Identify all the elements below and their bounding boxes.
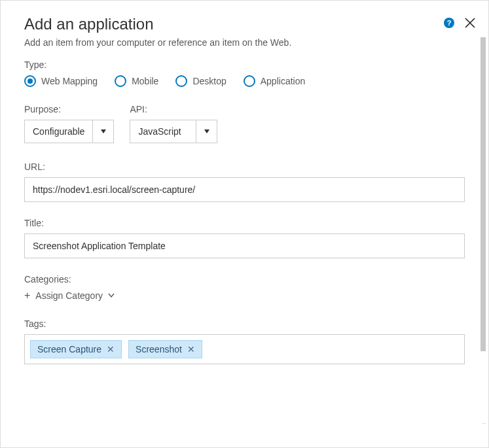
radio-icon [244,75,255,87]
url-field: URL: [24,162,465,202]
title-field: Title: [24,218,465,258]
scroll-track[interactable] [480,37,486,417]
radio-label: Web Mapping [41,76,98,86]
chevron-down-icon [108,293,115,298]
assign-category-button[interactable]: + Assign Category [24,290,465,302]
title-input[interactable] [24,233,465,258]
add-application-dialog: Add an application ? Add an item from yo… [1,1,488,447]
close-icon[interactable] [463,16,477,29]
tags-input[interactable]: Screen Capture ✕ Screenshot ✕ [24,334,465,364]
type-radio-group: Web Mapping Mobile Desktop Application [24,75,465,87]
dialog-title: Add an application [24,15,153,33]
scroll-down-arrow-icon[interactable]: ▼ [481,422,487,424]
url-label: URL: [24,162,465,172]
radio-label: Mobile [132,76,158,86]
tag-label: Screenshot [136,344,182,354]
chevron-down-icon[interactable] [92,120,113,143]
dialog-subtitle: Add an item from your computer or refere… [24,37,465,48]
api-value: JavaScript [130,120,196,143]
tag-chip[interactable]: Screenshot ✕ [128,340,202,358]
purpose-field: Purpose: Configurable [24,104,114,143]
purpose-value: Configurable [25,120,92,143]
title-label: Title: [24,218,465,228]
tags-label: Tags: [24,319,465,329]
dialog-header: Add an application ? [24,15,488,37]
api-label: API: [130,104,217,114]
scroll-area: Add an item from your computer or refere… [24,37,488,424]
url-input[interactable] [24,177,465,202]
radio-icon [115,75,126,87]
purpose-select[interactable]: Configurable [24,120,114,143]
select-row: Purpose: Configurable API: JavaScript [24,104,465,143]
radio-web-mapping[interactable]: Web Mapping [24,75,98,87]
radio-mobile[interactable]: Mobile [115,75,158,87]
categories-field: Categories: + Assign Category [24,274,465,302]
plus-icon: + [24,290,30,302]
purpose-label: Purpose: [24,104,114,114]
tag-label: Screen Capture [37,344,101,354]
api-select[interactable]: JavaScript [130,120,217,143]
scroll-thumb[interactable] [480,37,486,351]
scrollbar[interactable]: ▲ ▼ [480,37,486,424]
help-icon[interactable]: ? [444,18,454,28]
radio-label: Application [261,76,306,86]
radio-desktop[interactable]: Desktop [175,75,226,87]
radio-icon [24,75,36,87]
type-label: Type: [24,60,465,70]
radio-label: Desktop [192,76,226,86]
radio-icon [175,75,187,87]
chevron-down-icon[interactable] [196,120,217,143]
assign-category-label: Assign Category [35,290,103,301]
radio-application[interactable]: Application [244,75,306,87]
api-field: API: JavaScript [130,104,217,143]
categories-label: Categories: [24,274,465,284]
tag-chip[interactable]: Screen Capture ✕ [30,340,122,358]
tags-field: Tags: Screen Capture ✕ Screenshot ✕ [24,319,465,364]
tag-remove-icon[interactable]: ✕ [187,344,195,354]
header-icons: ? [444,15,477,29]
tag-remove-icon[interactable]: ✕ [107,344,115,354]
